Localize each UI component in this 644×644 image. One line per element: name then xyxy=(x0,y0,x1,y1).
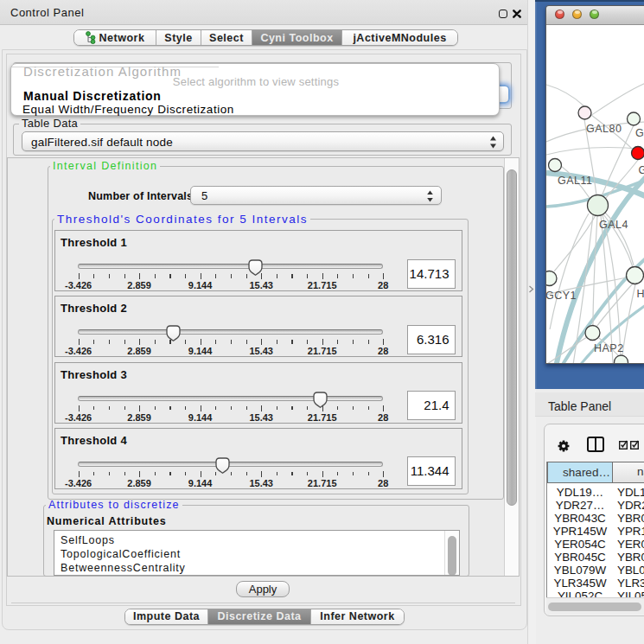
svg-text:G: G xyxy=(639,164,644,176)
svg-text:GAL4: GAL4 xyxy=(599,219,628,231)
svg-text:GAL80: GAL80 xyxy=(586,123,622,135)
svg-text:HAP2: HAP2 xyxy=(594,342,624,354)
svg-text:H: H xyxy=(637,288,644,300)
svg-text:GA: GA xyxy=(635,127,644,139)
svg-text:GAL11: GAL11 xyxy=(558,175,593,187)
svg-text:GCY1: GCY1 xyxy=(546,290,577,302)
